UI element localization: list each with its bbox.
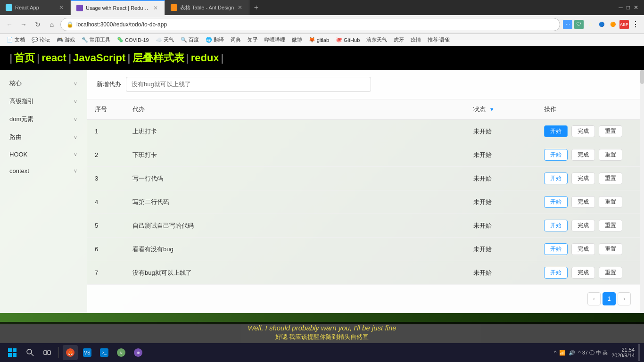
start-button-6[interactable]: 开始 [544,243,568,255]
bookmark-translate[interactable]: 🌐 翻译 [203,35,227,44]
tab-ant-design[interactable]: 表格 Table - Ant Design ✕ [165,0,249,15]
bookmark-recommend[interactable]: 推荐·语雀 [425,35,453,44]
ext-icon-4[interactable]: ABP [619,20,629,29]
tray-volume[interactable]: 🔊 [569,350,575,356]
bookmark-weather-icon: ☁️ [156,37,162,43]
address-bar[interactable]: 🔒 localhost:3000/redux/todo/to-do-app [60,18,560,31]
bookmark-baidu[interactable]: 🔍 百度 [178,35,202,44]
scroll-thumb[interactable] [640,70,644,84]
sidebar-item-core[interactable]: 核心 ∨ [0,74,87,92]
show-desktop-button[interactable] [638,344,640,361]
nav-css[interactable]: 层叠样式表 [132,51,184,65]
task-view-button[interactable] [40,345,55,360]
back-button[interactable]: ← [4,19,15,30]
bookmark-weather[interactable]: ☁️ 天气 [153,35,177,44]
reload-button[interactable]: ↻ [32,19,43,30]
browser-controls: ← → ↻ ⌂ 🔒 localhost:3000/redux/todo/to-d… [0,15,644,34]
filter-icon[interactable]: ▼ [489,107,495,112]
search-taskbar[interactable] [23,345,38,360]
reset-button-3[interactable]: 重置 [599,173,622,184]
bookmark-forum[interactable]: 💬 论坛 [29,35,53,44]
close-window-button[interactable]: ✕ [634,4,638,11]
bookmark-huya[interactable]: 虎牙 [391,35,407,44]
complete-button-7[interactable]: 完成 [571,267,595,279]
bookmark-covid[interactable]: 🦠 COVID-19 [114,36,152,44]
todo-input-row: 新增代办 [87,70,640,99]
reset-button-1[interactable]: 重置 [599,125,622,137]
ext-icon-star[interactable]: ☆ [586,20,595,29]
start-button-3[interactable]: 开始 [544,173,568,184]
page-1-button[interactable]: 1 [603,292,616,305]
bookmark-weibo[interactable]: 微博 [289,35,305,44]
complete-button-4[interactable]: 完成 [571,196,595,208]
maximize-button[interactable]: □ [627,4,630,11]
sidebar-item-advanced[interactable]: 高级指引 ∨ [0,92,87,110]
bookmark-covid-label: COVID-19 [125,37,149,43]
bookmark-github-icon: 🐙 [336,37,342,43]
bookmark-zhihu[interactable]: 知乎 [245,35,261,44]
minimize-button[interactable]: ─ [619,4,623,11]
bookmark-weather2[interactable]: 滴东天气 [363,35,390,44]
ext-icon-menu[interactable]: ⋮ [631,20,640,29]
reset-button-2[interactable]: 重置 [599,149,622,161]
reset-button-6[interactable]: 重置 [599,243,622,255]
sidebar-item-context[interactable]: context ∨ [0,163,87,179]
sidebar-item-dom[interactable]: dom元素 ∨ [0,110,87,128]
bookmark-dict[interactable]: 词典 [228,35,244,44]
start-button-7[interactable]: 开始 [544,267,568,279]
nav-js[interactable]: JavaScript [73,52,125,64]
browser-taskbar[interactable]: 🦊 [63,345,78,360]
tray-chevron[interactable]: ^ [554,350,556,355]
reset-button-5[interactable]: 重置 [599,220,622,231]
home-button[interactable]: ⌂ [46,19,58,30]
input-label: 新增代办 [97,80,121,89]
app-taskbar[interactable]: ⊕ [131,345,146,360]
bookmark-bilibili[interactable]: 哔哩哔哩 [262,35,288,44]
bookmark-game[interactable]: 🎮 游戏 [54,35,78,44]
tab-close-2[interactable]: ✕ [152,4,159,12]
complete-button-2[interactable]: 完成 [571,149,595,161]
start-button-2[interactable]: 开始 [544,149,568,161]
tab-react-app[interactable]: React App ✕ [0,0,71,15]
reset-button-7[interactable]: 重置 [599,267,622,279]
bookmark-epidemic[interactable]: 疫情 [408,35,424,44]
vscode-taskbar[interactable]: VS [80,345,95,360]
complete-button-5[interactable]: 完成 [571,220,595,231]
reset-button-4[interactable]: 重置 [599,196,622,208]
nav-home[interactable]: 首页 [14,51,35,65]
nav-react[interactable]: react [41,52,66,64]
nav-redux[interactable]: redux [191,52,219,64]
bookmark-docs[interactable]: 📄 文档 [4,35,28,44]
todo-input[interactable] [126,77,371,92]
tab-close-1[interactable]: ✕ [58,3,65,12]
forward-button[interactable]: → [18,19,29,30]
ext-icon-2[interactable]: 🔵 [597,20,606,29]
ext-icon-1[interactable]: ⋯ [563,20,572,29]
ext-icon-shield[interactable]: 🛡 [574,20,584,29]
start-button-4[interactable]: 开始 [544,196,568,208]
start-button-5[interactable]: 开始 [544,220,568,231]
node-taskbar[interactable]: N [114,345,129,360]
windows-icon [8,348,17,357]
bookmark-github[interactable]: 🐙 GitHub [333,36,363,44]
complete-button-1[interactable]: 完成 [571,125,595,137]
ext-icon-3[interactable]: 🟠 [608,20,618,29]
scrollbar[interactable] [640,70,644,313]
taskbar-clock[interactable]: 21:54 2020/9/14 [611,347,635,358]
bookmark-gitlab[interactable]: 🦊 gitlab [306,36,332,44]
tab-close-3[interactable]: ✕ [237,3,243,12]
next-page-button[interactable]: › [618,292,631,305]
sidebar-arrow-dom: ∨ [74,116,77,123]
tray-network[interactable]: 📶 [559,350,566,356]
start-button-1[interactable]: 开始 [544,125,568,137]
sidebar-item-router[interactable]: 路由 ∨ [0,128,87,146]
tab-usage-redux[interactable]: Usage with React | Redux中 ✕ [71,0,165,15]
complete-button-6[interactable]: 完成 [571,243,595,255]
complete-button-3[interactable]: 完成 [571,173,595,184]
start-menu-button[interactable] [4,344,21,361]
new-tab-button[interactable]: + [249,0,263,15]
bookmark-tools[interactable]: 🔧 常用工具 [79,35,113,44]
terminal-taskbar[interactable]: >_ [97,345,112,360]
prev-page-button[interactable]: ‹ [587,292,601,305]
sidebar-item-hook[interactable]: HOOK ∨ [0,146,87,163]
